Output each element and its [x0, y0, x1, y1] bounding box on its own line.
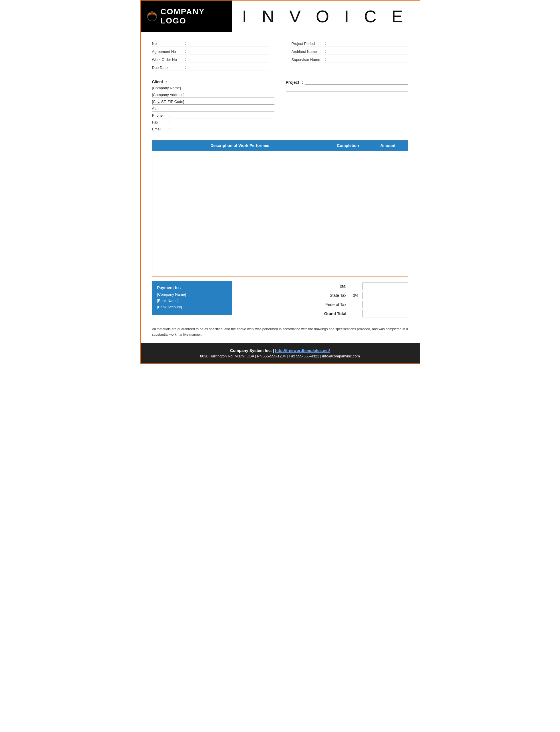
- payment-section: Payment to : [Company Name] [Bank Name] …: [141, 277, 420, 322]
- client-fax-row: Fax :: [152, 119, 274, 125]
- meta-row-supervisor: Supervisor Name :: [292, 55, 408, 63]
- meta-label-period: Project Period: [292, 41, 323, 46]
- meta-row-no: No :: [152, 39, 269, 47]
- footer-link[interactable]: http://freewordtemplates.net/: [275, 348, 330, 353]
- client-email-row: Email :: [152, 126, 274, 132]
- meta-value-no: [188, 42, 269, 46]
- totals-block: Total State Tax 3% Federal Tax Grand Tot…: [244, 281, 408, 317]
- meta-row-period: Project Period :: [292, 39, 408, 47]
- meta-value-workorder: [188, 58, 269, 62]
- meta-right-col: Project Period : Architect Name : Superv…: [280, 39, 408, 71]
- meta-value-period: [328, 42, 408, 46]
- total-row-total: Total: [244, 283, 408, 290]
- project-header: Project :: [286, 79, 408, 85]
- meta-section: No : Agreement No : Work Order No : Due …: [141, 32, 420, 74]
- client-block: Client : [Company Name] [Company Address…: [152, 79, 274, 133]
- meta-label-duedate: Due Date: [152, 65, 184, 70]
- total-label-total: Total: [315, 284, 346, 289]
- col-completion: Completion: [328, 140, 368, 151]
- logo-icon: [146, 10, 158, 23]
- client-company-name: [Company Name]: [152, 85, 274, 91]
- disclaimer-text: All materials are guaranteed to be as sp…: [152, 327, 408, 337]
- payment-box: Payment to : [Company Name] [Bank Name] …: [152, 281, 232, 315]
- logo-text: COMPANY LOGO: [146, 7, 226, 25]
- table-cell-description: [152, 151, 328, 277]
- logo-area: COMPANY LOGO: [141, 1, 232, 32]
- total-row-grand-total: Grand Total: [244, 310, 408, 317]
- work-table: Description of Work Performed Completion…: [152, 140, 408, 277]
- meta-left-col: No : Agreement No : Work Order No : Due …: [152, 39, 280, 71]
- project-line-2: [286, 92, 408, 98]
- client-attn-row: Attn :: [152, 105, 274, 112]
- project-line-3: [286, 99, 408, 105]
- total-value-grand-total: [362, 310, 408, 317]
- meta-row-agreement: Agreement No :: [152, 47, 269, 55]
- page-header: COMPANY LOGO I N V O I C E: [141, 1, 420, 32]
- meta-value-agreement: [188, 50, 269, 54]
- table-header-row: Description of Work Performed Completion…: [152, 140, 408, 151]
- total-label-grand-total: Grand Total: [315, 311, 346, 316]
- footer-line2: 8030 Harrington Rd, Miami, USA | Ph 555-…: [146, 354, 414, 358]
- meta-label-architect: Architect Name: [292, 49, 323, 54]
- payment-bank-name: [Bank Name]: [157, 299, 227, 304]
- payment-title: Payment to :: [157, 285, 227, 290]
- table-empty-row: [152, 151, 408, 277]
- table-cell-amount: [368, 151, 408, 277]
- table-section: Description of Work Performed Completion…: [141, 136, 420, 277]
- meta-value-duedate: [188, 66, 269, 70]
- meta-label-supervisor: Supervisor Name: [292, 57, 323, 62]
- meta-row-architect: Architect Name :: [292, 47, 408, 55]
- total-value-federal-tax: [362, 301, 408, 308]
- meta-label-no: No: [152, 41, 184, 46]
- project-block: Project :: [286, 79, 408, 133]
- payment-company-name: [Company Name]: [157, 292, 227, 297]
- client-project-section: Client : [Company Name] [Company Address…: [141, 74, 420, 136]
- total-row-federal-tax: Federal Tax: [244, 301, 408, 308]
- meta-value-architect: [328, 50, 408, 54]
- client-header: Client :: [152, 79, 274, 84]
- project-line-1: [286, 85, 408, 91]
- total-value-total: [362, 283, 408, 290]
- client-company-address: [Company Address]: [152, 91, 274, 98]
- footer-line1: Company System Inc. | http://freewordtem…: [146, 348, 414, 353]
- total-label-federal-tax: Federal Tax: [315, 302, 346, 307]
- meta-label-agreement: Agreement No: [152, 49, 184, 54]
- invoice-title: I N V O I C E: [242, 7, 408, 26]
- total-pct-state-tax: 3%: [350, 293, 358, 298]
- table-cell-completion: [328, 151, 368, 277]
- client-city-zip: [City, ST, ZIP Code]: [152, 98, 274, 105]
- total-label-state-tax: State Tax: [315, 293, 346, 298]
- payment-bank-account: [Bank Account]: [157, 305, 227, 310]
- meta-grid: No : Agreement No : Work Order No : Due …: [152, 39, 408, 71]
- disclaimer-section: All materials are guaranteed to be as sp…: [141, 322, 420, 343]
- client-phone-row: Phone :: [152, 112, 274, 118]
- meta-label-workorder: Work Order No: [152, 57, 184, 62]
- total-row-state-tax: State Tax 3%: [244, 292, 408, 299]
- meta-row-duedate: Due Date :: [152, 63, 269, 71]
- total-value-state-tax: [362, 292, 408, 299]
- col-amount: Amount: [368, 140, 408, 151]
- meta-value-supervisor: [328, 58, 408, 62]
- meta-row-workorder: Work Order No :: [152, 55, 269, 63]
- col-description: Description of Work Performed: [152, 140, 328, 151]
- invoice-title-area: I N V O I C E: [232, 1, 420, 32]
- page-footer: Company System Inc. | http://freewordtem…: [141, 343, 420, 363]
